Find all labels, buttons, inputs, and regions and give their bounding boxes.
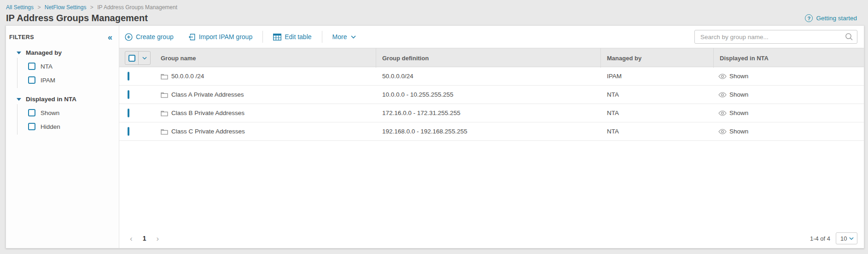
filters-panel: FILTERS « Managed by NTA IPAM — [6, 25, 119, 248]
row-checkbox[interactable] — [128, 90, 129, 99]
breadcrumb: All Settings > NetFlow Settings > IP Add… — [6, 4, 862, 11]
filter-option-label: NTA — [41, 63, 52, 70]
edit-table-button[interactable]: Edit table — [266, 30, 319, 44]
managed-by-value: NTA — [600, 110, 713, 116]
more-label: More — [332, 33, 347, 40]
group-name: Class C Private Addresses — [171, 128, 245, 135]
folder-icon — [161, 110, 168, 116]
column-header-group-name: Group name — [155, 48, 376, 68]
folder-icon — [161, 73, 168, 80]
folder-icon — [161, 92, 168, 98]
help-icon: ? — [805, 14, 813, 22]
chevron-down-icon — [351, 35, 356, 39]
table-row[interactable]: Class B Private Addresses 172.16.0.0 - 1… — [119, 104, 864, 122]
filter-group-displayed-in-nta: Displayed in NTA Shown Hidden — [9, 96, 114, 134]
filter-option-label: Hidden — [41, 123, 60, 130]
displayed-status: Shown — [729, 73, 748, 80]
filter-option-label: IPAM — [41, 77, 55, 84]
checkbox-ipam[interactable] — [28, 76, 35, 84]
results-range-label: 1-4 of 4 — [810, 235, 830, 242]
group-name: Class B Private Addresses — [171, 110, 245, 116]
import-ipam-group-label: Import IPAM group — [199, 33, 252, 40]
checkbox-hidden[interactable] — [28, 123, 35, 130]
eye-icon — [718, 92, 727, 98]
getting-started-label: Getting started — [816, 15, 857, 22]
table-row[interactable]: Class A Private Addresses 10.0.0.0 - 10.… — [119, 86, 864, 104]
top-bar: All Settings > NetFlow Settings > IP Add… — [0, 0, 868, 25]
filter-option-hidden[interactable]: Hidden — [17, 120, 114, 133]
select-all-control — [125, 51, 151, 65]
checkbox-nta[interactable] — [28, 63, 35, 70]
getting-started-link[interactable]: ? Getting started — [805, 14, 857, 22]
row-checkbox[interactable] — [128, 109, 129, 117]
table-row[interactable]: 50.0.0.0 /24 50.0.0.0/24 IPAM Shown — [119, 67, 864, 86]
group-name: 50.0.0.0 /24 — [171, 73, 204, 80]
filter-option-nta[interactable]: NTA — [17, 59, 114, 73]
managed-by-value: NTA — [600, 91, 713, 98]
table-grid-icon — [273, 34, 281, 40]
filter-group-toggle-managed-by[interactable]: Managed by — [9, 49, 114, 56]
eye-icon — [718, 74, 727, 79]
create-group-button[interactable]: Create group — [125, 30, 181, 44]
content-area: FILTERS « Managed by NTA IPAM — [6, 25, 864, 248]
import-ipam-group-button[interactable]: Import IPAM group — [181, 30, 260, 44]
table-body: 50.0.0.0 /24 50.0.0.0/24 IPAM Shown Clas… — [119, 67, 864, 141]
search-box — [694, 30, 857, 44]
managed-by-value: IPAM — [600, 73, 713, 80]
group-definition: 10.0.0.0 - 10.255.255.255 — [376, 91, 600, 98]
displayed-status: Shown — [729, 128, 748, 135]
breadcrumb-separator: > — [37, 4, 41, 11]
table-header: Group name Group definition Managed by D… — [119, 48, 864, 67]
more-menu-button[interactable]: More — [325, 30, 364, 44]
filter-option-label: Shown — [41, 110, 59, 116]
chevron-expanded-icon — [17, 98, 21, 101]
plus-circle-icon — [125, 33, 133, 41]
row-checkbox[interactable] — [128, 127, 129, 136]
search-icon — [845, 33, 853, 41]
filters-title: FILTERS — [9, 34, 34, 40]
import-document-icon — [188, 33, 196, 41]
next-page-icon[interactable]: › — [155, 235, 160, 242]
filter-option-ipam[interactable]: IPAM — [17, 73, 114, 87]
breadcrumb-link-all-settings[interactable]: All Settings — [6, 4, 34, 11]
managed-by-value: NTA — [600, 128, 713, 135]
eye-icon — [718, 110, 727, 116]
filter-group-label: Managed by — [26, 49, 62, 56]
chevron-down-icon — [849, 237, 854, 240]
page-title: IP Address Groups Management — [6, 13, 862, 23]
breadcrumb-link-netflow-settings[interactable]: NetFlow Settings — [45, 4, 87, 11]
collapse-filters-icon[interactable]: « — [108, 33, 112, 41]
pagination-bar: ‹ 1 › 1-4 of 4 10 — [119, 229, 864, 248]
search-input[interactable] — [694, 30, 857, 44]
edit-table-label: Edit table — [285, 33, 311, 40]
breadcrumb-current: IP Address Groups Management — [97, 4, 177, 11]
chevron-expanded-icon — [17, 52, 21, 54]
displayed-status: Shown — [729, 91, 748, 98]
filter-group-label: Displayed in NTA — [26, 96, 76, 103]
select-menu-chevron-icon[interactable] — [139, 57, 150, 60]
table-toolbar: Create group Import IPAM group Edit tabl… — [119, 26, 864, 48]
page-number[interactable]: 1 — [143, 235, 146, 242]
filter-option-shown[interactable]: Shown — [17, 106, 114, 120]
row-checkbox[interactable] — [128, 72, 129, 81]
table-row[interactable]: Class C Private Addresses 192.168.0.0 - … — [119, 122, 864, 141]
toolbar-divider — [262, 31, 263, 43]
group-definition: 50.0.0.0/24 — [376, 73, 600, 80]
group-definition: 172.16.0.0 - 172.31.255.255 — [376, 110, 600, 116]
displayed-status: Shown — [729, 110, 748, 116]
page-size-value: 10 — [840, 235, 847, 242]
previous-page-icon[interactable]: ‹ — [128, 235, 134, 242]
column-header-managed-by: Managed by — [600, 48, 713, 68]
filter-group-managed-by: Managed by NTA IPAM — [9, 49, 114, 88]
select-all-checkbox[interactable] — [125, 55, 138, 62]
group-name: Class A Private Addresses — [171, 91, 244, 98]
column-header-group-definition: Group definition — [376, 48, 600, 68]
page-size-select[interactable]: 10 — [836, 232, 857, 244]
toolbar-divider — [322, 31, 322, 43]
filter-group-toggle-displayed-in-nta[interactable]: Displayed in NTA — [9, 96, 114, 103]
folder-icon — [161, 128, 168, 135]
table-empty-space — [119, 141, 864, 229]
checkbox-shown[interactable] — [28, 109, 35, 116]
column-header-displayed-in-nta: Displayed in NTA — [713, 48, 864, 68]
main-panel: Create group Import IPAM group Edit tabl… — [119, 25, 864, 248]
